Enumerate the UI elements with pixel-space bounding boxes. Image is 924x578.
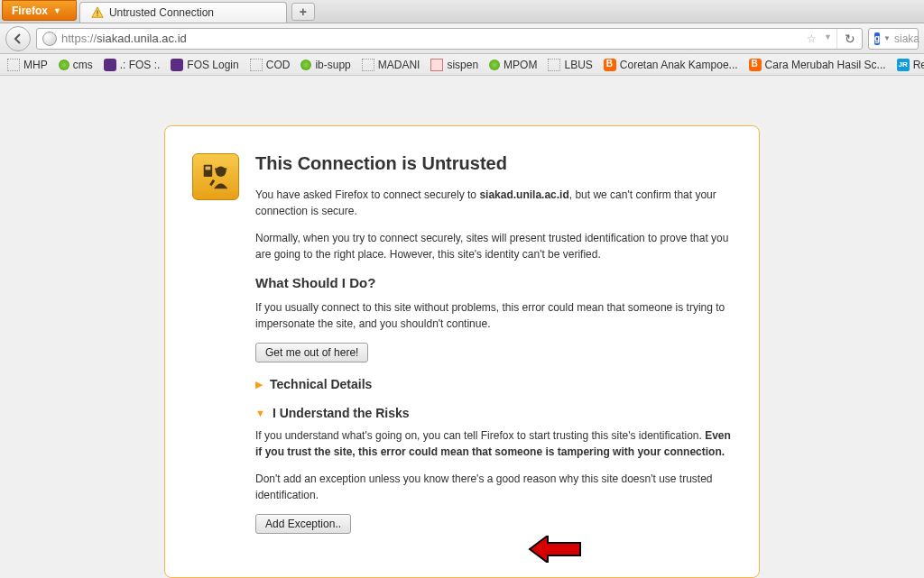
bookmark-item[interactable]: JRReview MSI GTX 6	[897, 59, 924, 71]
bookmark-item[interactable]: Coretan Anak Kampoe...	[604, 59, 738, 71]
tab-title: Untrusted Connection	[109, 6, 214, 19]
bookmark-item[interactable]: MPOM	[489, 59, 537, 71]
expand-down-icon: ▼	[255, 408, 265, 418]
bookmark-label: FOS Login	[187, 59, 238, 71]
search-text: siaka	[894, 32, 919, 45]
bookmark-label: ib-supp	[315, 59, 350, 71]
bookmark-item[interactable]: ib-supp	[300, 59, 350, 71]
bookmark-icon	[604, 59, 616, 71]
bookmark-icon	[59, 60, 69, 70]
bookmark-label: .: FOS :.	[120, 59, 161, 71]
bookmark-icon	[749, 59, 762, 71]
reload-button[interactable]: ↻	[836, 29, 856, 49]
bookmark-label: MPOM	[504, 59, 537, 71]
warning-paragraph: If you usually connect to this site with…	[255, 299, 732, 332]
bookmark-label: sispen	[447, 59, 478, 71]
bookmark-icon: JR	[897, 59, 910, 71]
bookmark-icon	[171, 59, 183, 71]
bookmark-label: MHP	[23, 59, 48, 71]
officer-icon	[192, 153, 239, 200]
what-should-i-do-heading: What Should I Do?	[255, 275, 732, 290]
tab-bar: Firefox ▼ Untrusted Connection +	[0, 0, 924, 23]
dropdown-icon[interactable]: ▼	[824, 32, 832, 45]
svg-point-5	[216, 167, 226, 177]
bookmark-icon	[300, 60, 311, 70]
globe-icon	[42, 32, 57, 46]
bookmark-item[interactable]: FOS Login	[171, 59, 238, 71]
risks-paragraph-1: If you understand what's going on, you c…	[255, 427, 732, 460]
bookmark-item[interactable]: MHP	[7, 59, 48, 71]
bookmark-icon	[362, 59, 374, 71]
bookmark-item[interactable]: Cara Merubah Hasil Sc...	[749, 59, 886, 71]
bookmark-icon	[7, 59, 20, 71]
bookmarks-bar: MHPcms.: FOS :.FOS LoginCODib-suppMADANI…	[0, 54, 924, 76]
svg-rect-6	[215, 169, 226, 170]
navigation-bar: https://siakad.unila.ac.id ☆ ▼ ↻ g ▼ sia…	[0, 23, 924, 54]
expand-right-icon: ▶	[255, 379, 263, 390]
firefox-menu-label: Firefox	[12, 5, 48, 17]
bookmark-star-icon[interactable]: ☆	[807, 32, 817, 45]
bookmark-item[interactable]: MADANI	[362, 59, 420, 71]
google-icon: g	[874, 32, 880, 45]
understand-risks-toggle[interactable]: ▼ I Understand the Risks	[255, 406, 732, 420]
bookmark-label: Cara Merubah Hasil Sc...	[765, 59, 886, 71]
svg-rect-2	[97, 15, 97, 16]
bookmark-item[interactable]: COD	[250, 59, 291, 71]
bookmark-item[interactable]: cms	[59, 59, 93, 71]
bookmark-icon	[489, 60, 500, 70]
page-content: This Connection is Untrusted You have as…	[0, 76, 924, 578]
risks-paragraph-2: Don't add an exception unless you know t…	[255, 471, 732, 503]
back-button[interactable]	[5, 26, 31, 51]
add-exception-button[interactable]: Add Exception..	[255, 514, 351, 534]
bookmark-icon	[250, 59, 263, 71]
get-me-out-button[interactable]: Get me out of here!	[255, 343, 368, 362]
bookmark-label: Coretan Anak Kampoe...	[620, 59, 738, 71]
bookmark-icon	[548, 59, 560, 71]
browser-tab-active[interactable]: Untrusted Connection	[79, 2, 287, 23]
page-title: This Connection is Untrusted	[255, 153, 732, 174]
url-bar[interactable]: https://siakad.unila.ac.id ☆ ▼ ↻	[36, 28, 863, 50]
svg-rect-1	[97, 10, 97, 14]
bookmark-item[interactable]: LBUS	[548, 59, 592, 71]
bookmark-label: COD	[266, 59, 291, 71]
technical-details-toggle[interactable]: ▶ Technical Details	[255, 377, 732, 391]
dropdown-icon: ▼	[53, 6, 61, 15]
search-bar[interactable]: g ▼ siaka	[868, 28, 919, 50]
bookmark-icon	[430, 59, 443, 71]
intro-paragraph: You have asked Firefox to connect secure…	[255, 187, 732, 219]
url-text: https://siakad.unila.ac.id	[61, 32, 802, 45]
explain-paragraph: Normally, when you try to connect secure…	[255, 230, 732, 262]
bookmark-label: MADANI	[378, 59, 420, 71]
bookmark-label: cms	[73, 59, 93, 71]
url-actions: ☆ ▼	[807, 32, 832, 45]
dropdown-icon[interactable]: ▼	[883, 34, 891, 42]
new-tab-button[interactable]: +	[291, 3, 315, 21]
firefox-menu-button[interactable]: Firefox ▼	[2, 0, 77, 21]
bookmark-icon	[104, 59, 116, 71]
untrusted-connection-panel: This Connection is Untrusted You have as…	[164, 125, 760, 578]
bookmark-label: Review MSI GTX 6	[913, 59, 924, 71]
warning-icon	[91, 6, 104, 19]
bookmark-item[interactable]: sispen	[430, 59, 478, 71]
bookmark-label: LBUS	[564, 59, 592, 71]
bookmark-item[interactable]: .: FOS :.	[104, 59, 161, 71]
svg-rect-4	[206, 167, 211, 170]
